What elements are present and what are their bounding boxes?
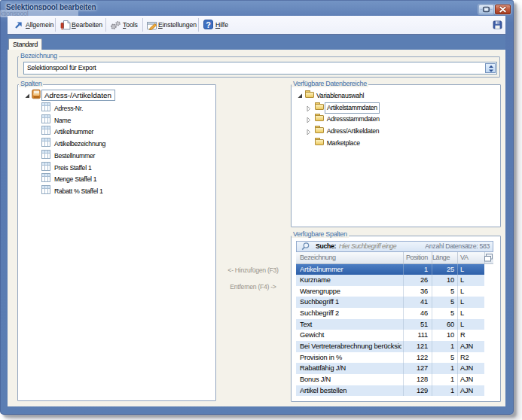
svg-text:?: ? [206, 20, 211, 29]
